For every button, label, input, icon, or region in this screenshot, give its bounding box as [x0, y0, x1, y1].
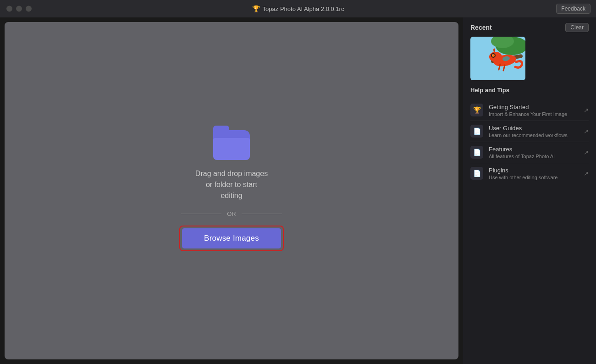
plugins-icon: 📄 [470, 167, 483, 180]
help-item-plugins[interactable]: 📄 Plugins Use with other editing softwar… [470, 163, 589, 184]
user-guides-title: User Guides [489, 125, 578, 132]
external-link-icon-2: ↗ [584, 149, 589, 156]
or-text: OR [227, 210, 236, 217]
user-guides-text: User Guides Learn our recommended workfl… [489, 125, 578, 138]
sidebar: Recent Clear [463, 17, 596, 364]
trophy-icon: 🏆 [252, 5, 260, 12]
getting-started-text: Getting Started Import & Enhance Your Fi… [489, 104, 578, 117]
close-button[interactable] [6, 6, 12, 12]
main-area: Drag and drop images or folder to start … [0, 17, 596, 364]
or-divider: OR [181, 210, 282, 217]
features-icon: 📄 [470, 146, 483, 159]
getting-started-title: Getting Started [489, 104, 578, 110]
recent-label: Recent [470, 24, 492, 31]
minimize-button[interactable] [16, 6, 22, 12]
user-guides-desc: Learn our recommended workflows [489, 132, 578, 138]
features-desc: All features of Topaz Photo AI [489, 154, 578, 159]
external-link-icon-0: ↗ [584, 107, 589, 114]
recent-header: Recent Clear [470, 23, 589, 32]
plugins-desc: Use with other editing software [489, 175, 578, 180]
feedback-button[interactable]: Feedback [556, 4, 590, 14]
features-title: Features [489, 146, 578, 153]
svg-point-7 [492, 54, 495, 57]
getting-started-desc: Import & Enhance Your First Image [489, 111, 578, 117]
or-line-right [242, 214, 282, 214]
help-item-user-guides[interactable]: 📄 User Guides Learn our recommended work… [470, 121, 589, 142]
title-bar: 🏆 Topaz Photo AI Alpha 2.0.0.1rc Feedbac… [0, 0, 596, 17]
getting-started-icon: 🏆 [470, 104, 483, 116]
help-item-getting-started[interactable]: 🏆 Getting Started Import & Enhance Your … [470, 100, 589, 121]
thumbnail-image [470, 37, 525, 80]
drag-drop-text: Drag and drop images or folder to start … [195, 168, 268, 201]
user-guides-icon: 📄 [470, 125, 483, 138]
recent-thumbnail[interactable] [470, 37, 525, 80]
clear-button[interactable]: Clear [565, 23, 589, 32]
help-item-features[interactable]: 📄 Features All features of Topaz Photo A… [470, 142, 589, 163]
external-link-icon-1: ↗ [584, 128, 589, 135]
browse-images-button[interactable]: Browse Images [182, 228, 281, 248]
help-tips-title: Help and Tips [470, 87, 589, 94]
svg-point-5 [489, 52, 502, 62]
plugins-text: Plugins Use with other editing software [489, 167, 578, 180]
drop-zone[interactable]: Drag and drop images or folder to start … [5, 22, 458, 359]
features-text: Features All features of Topaz Photo AI [489, 146, 578, 159]
window-controls [6, 6, 32, 12]
folder-icon [213, 130, 250, 160]
browse-button-wrapper: Browse Images [179, 226, 284, 251]
external-link-icon-3: ↗ [584, 170, 589, 177]
plugins-title: Plugins [489, 167, 578, 174]
maximize-button[interactable] [26, 6, 32, 12]
or-line-left [181, 214, 221, 214]
help-items-list: 🏆 Getting Started Import & Enhance Your … [470, 100, 589, 184]
svg-point-8 [492, 55, 493, 55]
app-title: 🏆 Topaz Photo AI Alpha 2.0.0.1rc [252, 5, 344, 12]
